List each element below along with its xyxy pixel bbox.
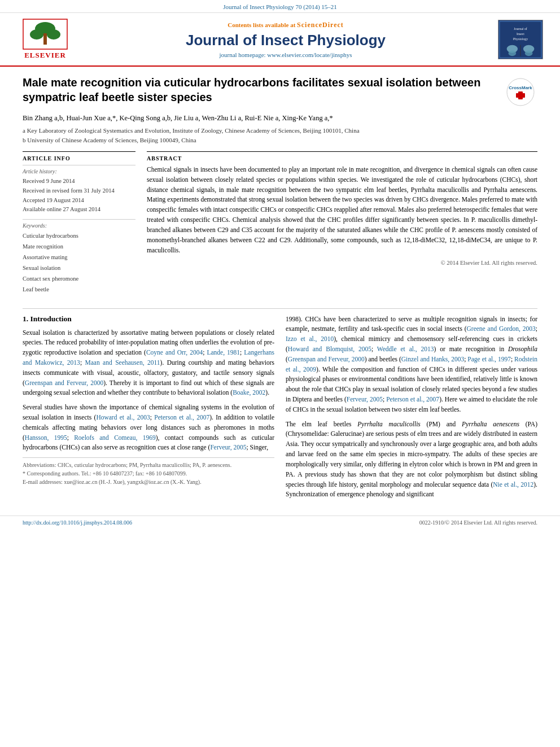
article-title-section: Male mate recognition via cuticular hydr… bbox=[23, 75, 537, 108]
article-history: Article history: Received 9 June 2014 Re… bbox=[23, 165, 135, 215]
revised-date: Received in revised form 31 July 2014 bbox=[23, 186, 135, 196]
ref-peterson2[interactable]: Peterson et al., 2007 bbox=[386, 396, 439, 403]
keyword-2: Mate recognition bbox=[23, 242, 135, 252]
abstract-column: ABSTRACT Chemical signals in insects hav… bbox=[147, 151, 537, 300]
article-title: Male mate recognition via cuticular hydr… bbox=[23, 75, 498, 104]
article-info-box: ARTICLE INFO Article history: Received 9… bbox=[23, 151, 135, 295]
crossmark-icon: CrossMark bbox=[506, 78, 535, 106]
section-divider bbox=[23, 308, 537, 309]
footnote-abbrev: Abbreviations: CHCs, cuticular hydrocarb… bbox=[23, 461, 274, 469]
journal-homepage: journal homepage: www.elsevier.com/locat… bbox=[79, 51, 492, 58]
ref-roelofs[interactable]: Roelofs and Comeau, 1969 bbox=[74, 434, 156, 441]
journal-header: ELSEVIER Contents lists available at Sci… bbox=[0, 13, 560, 67]
available-date: Available online 27 August 2014 bbox=[23, 205, 135, 215]
ref-izzo[interactable]: Izzo et al., 2010 bbox=[286, 335, 334, 342]
ref-peterson[interactable]: Peterson et al., 2007 bbox=[154, 414, 209, 421]
journal-url: www.elsevier.com/locate/jinsphys bbox=[267, 51, 352, 58]
history-title: Article history: bbox=[23, 168, 135, 174]
elsevier-brand: ELSEVIER bbox=[24, 51, 66, 60]
ref-greene[interactable]: Greene and Gordon, 2003 bbox=[467, 325, 536, 332]
ref-nie[interactable]: Nie et al., 2012 bbox=[493, 481, 533, 488]
keywords-section: Keywords: Cuticular hydrocarbons Mate re… bbox=[23, 219, 135, 295]
main-content: Male mate recognition via cuticular hydr… bbox=[0, 67, 560, 516]
keyword-1: Cuticular hydrocarbons bbox=[23, 231, 135, 242]
article-info-column: ARTICLE INFO Article history: Received 9… bbox=[23, 151, 135, 300]
sciencedirect-brand: ScienceDirect bbox=[297, 21, 344, 29]
journal-cover-area: Journal of Insect Physiology bbox=[492, 20, 549, 59]
ref-ferveur[interactable]: Ferveur, 2005 bbox=[210, 444, 246, 451]
elsevier-logo: ELSEVIER bbox=[23, 19, 68, 60]
keyword-3: Assortative mating bbox=[23, 252, 135, 263]
article-info-abstract-section: ARTICLE INFO Article history: Received 9… bbox=[23, 151, 537, 300]
svg-text:Insect: Insect bbox=[517, 32, 524, 36]
article-info-label: ARTICLE INFO bbox=[23, 155, 135, 161]
elsevier-tree-icon bbox=[23, 19, 68, 50]
svg-rect-19 bbox=[516, 93, 525, 98]
intro-para-1: Sexual isolation is characterized by ass… bbox=[23, 328, 274, 399]
journal-citation: Journal of Insect Physiology 70 (2014) 1… bbox=[223, 3, 337, 10]
ref-coyne[interactable]: Coyne and Orr, 2004 bbox=[146, 349, 203, 356]
species-pa: Pyrrhalta aenescens bbox=[462, 421, 519, 427]
species-pm: Pyrrhalta maculicollis bbox=[357, 421, 421, 427]
footnotes: Abbreviations: CHCs, cuticular hydrocarb… bbox=[23, 457, 274, 486]
abstract-text: Chemical signals in insects have been do… bbox=[147, 165, 537, 255]
body-left-col: 1. Introduction Sexual isolation is char… bbox=[23, 314, 274, 505]
svg-point-13 bbox=[509, 50, 517, 56]
ref-page[interactable]: Page et al., 1997 bbox=[467, 356, 511, 362]
journal-citation-bar: Journal of Insect Physiology 70 (2014) 1… bbox=[0, 0, 560, 13]
copyright-notice: © 2014 Elsevier Ltd. All rights reserved… bbox=[147, 260, 537, 266]
ref-greenspan[interactable]: Greenspan and Ferveur, 2000 bbox=[25, 379, 103, 386]
affiliations: a Key Laboratory of Zoological Systemati… bbox=[23, 126, 537, 145]
journal-header-center: Contents lists available at ScienceDirec… bbox=[79, 21, 492, 58]
keywords-list: Cuticular hydrocarbons Mate recognition … bbox=[23, 231, 135, 295]
cover-thumbnail: Journal of Insect Physiology bbox=[498, 20, 542, 59]
accepted-date: Accepted 19 August 2014 bbox=[23, 196, 135, 206]
svg-point-14 bbox=[525, 50, 533, 56]
abstract-label: ABSTRACT bbox=[147, 155, 537, 161]
ref-greenspan2[interactable]: Greenspan and Ferveur, 2000 bbox=[288, 356, 365, 362]
intro-para-2: Several studies have shown the importanc… bbox=[23, 403, 274, 453]
journal-cover-image: Journal of Insect Physiology bbox=[498, 20, 543, 59]
svg-point-3 bbox=[47, 29, 60, 40]
svg-text:CrossMark: CrossMark bbox=[509, 85, 532, 90]
ref-boake[interactable]: Boake, 2002 bbox=[233, 389, 265, 396]
body-right-col: 1998). CHCs have been characterized to s… bbox=[286, 314, 537, 505]
body-right-para-2: The elm leaf beetles Pyrrhalta maculicol… bbox=[286, 420, 537, 500]
keywords-title: Keywords: bbox=[23, 222, 135, 229]
ref-howard-blomquist[interactable]: Howard and Blomquist, 2005 bbox=[288, 346, 371, 352]
received-date: Received 9 June 2014 bbox=[23, 177, 135, 186]
ref-weddle[interactable]: Weddle et al., 2013 bbox=[377, 346, 434, 352]
crossmark-badge: CrossMark bbox=[506, 78, 537, 108]
affiliation-a: a Key Laboratory of Zoological Systemati… bbox=[23, 126, 537, 136]
svg-rect-4 bbox=[43, 33, 47, 45]
svg-point-2 bbox=[30, 29, 43, 40]
body-content: 1. Introduction Sexual isolation is char… bbox=[23, 314, 537, 505]
keyword-4: Sexual isolation bbox=[23, 263, 135, 274]
ref-howard[interactable]: Howard et al., 2003 bbox=[96, 414, 150, 421]
body-right-para-1: 1998). CHCs have been characterized to s… bbox=[286, 314, 537, 415]
footnote-corresponding: * Corresponding authors. Tel.: +86 10 64… bbox=[23, 469, 274, 478]
ref-ferveur2[interactable]: Ferveur, 2005 bbox=[347, 396, 383, 403]
ref-lande[interactable]: Lande, 1981 bbox=[207, 349, 240, 356]
ref-hansson[interactable]: Hansson, 1995 bbox=[25, 434, 67, 441]
elsevier-logo-area: ELSEVIER bbox=[11, 19, 79, 60]
journal-title: Journal of Insect Physiology bbox=[79, 32, 492, 49]
authors-line: Bin Zhang a,b, Huai-Jun Xue a,*, Ke-Qing… bbox=[23, 114, 537, 123]
svg-text:Physiology: Physiology bbox=[513, 37, 528, 40]
ref-ginzel[interactable]: Ginzel and Hanks, 2003 bbox=[401, 356, 464, 362]
intro-heading: 1. Introduction bbox=[23, 314, 274, 324]
bottom-bar: http://dx.doi.org/10.1016/j.jinsphys.201… bbox=[0, 516, 560, 529]
keyword-6: Leaf beetle bbox=[23, 285, 135, 295]
svg-text:Journal of: Journal of bbox=[514, 27, 527, 30]
keyword-5: Contact sex pheromone bbox=[23, 274, 135, 285]
doi-link[interactable]: http://dx.doi.org/10.1016/j.jinsphys.201… bbox=[23, 519, 132, 526]
issn-notice: 0022-1910/© 2014 Elsevier Ltd. All right… bbox=[419, 519, 537, 526]
abstract-section: ABSTRACT Chemical signals in insects hav… bbox=[147, 151, 537, 266]
sciencedirect-notice: Contents lists available at ScienceDirec… bbox=[79, 21, 492, 29]
affiliation-b: b University of Chinese Academy of Scien… bbox=[23, 136, 537, 145]
ref-maan[interactable]: Maan and Seehausen, 2011 bbox=[85, 359, 160, 366]
footnote-email: E-mail addresses: xue@ioz.ac.cn (H.-J. X… bbox=[23, 478, 274, 486]
genus-drosophila: Drosophila bbox=[508, 346, 537, 352]
